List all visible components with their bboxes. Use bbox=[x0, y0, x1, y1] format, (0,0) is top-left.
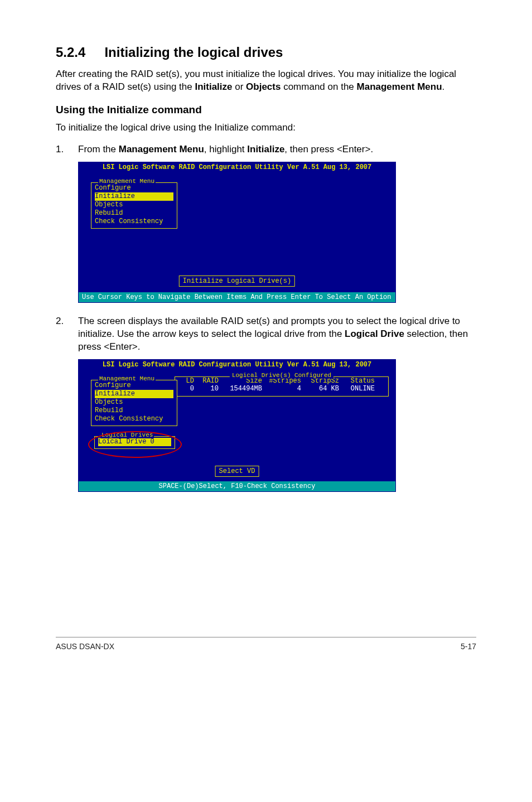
step-item: 1. From the Management Menu, highlight I… bbox=[56, 143, 476, 156]
menu-item-rebuild[interactable]: Rebuild bbox=[95, 407, 173, 415]
ld-cell-size: 154494MB bbox=[219, 385, 262, 393]
menu-item-check-consistency[interactable]: Check Consistency bbox=[95, 218, 173, 226]
logical-drives-box: Logical Drives Loical Drive 0 bbox=[94, 436, 175, 449]
management-menu-box: Management Menu Configure Initialize Obj… bbox=[91, 182, 177, 229]
intro-bold-objects: Objects bbox=[246, 81, 280, 92]
menu-item-configure[interactable]: Configure bbox=[95, 381, 173, 390]
bios-footer: SPACE-(De)Select, F10-Check Consistency bbox=[79, 481, 395, 491]
ld-cell-stripes: 4 bbox=[262, 385, 301, 393]
ld-header-raid: RAID bbox=[194, 377, 219, 385]
menu-box-label: Management Menu bbox=[98, 178, 156, 185]
ld-data-row[interactable]: 0 10 154494MB 4 64 KB ONLINE bbox=[178, 385, 385, 393]
ld-cell-ld: 0 bbox=[178, 385, 194, 393]
menu-item-rebuild[interactable]: Rebuild bbox=[95, 209, 173, 218]
step-number: 1. bbox=[56, 143, 78, 156]
footer-left: ASUS DSAN-DX bbox=[56, 642, 114, 651]
intro-bold-mgmt: Management Menu bbox=[357, 81, 442, 92]
step-text: From the Management Menu, highlight Init… bbox=[78, 143, 476, 156]
page-footer: ASUS DSAN-DX 5-17 bbox=[56, 637, 476, 651]
ld-header-ld: LD bbox=[178, 377, 194, 385]
menu-item-objects[interactable]: Objects bbox=[95, 398, 173, 407]
logical-drives-label: Logical Drives bbox=[100, 432, 154, 438]
step-text-span: , highlight bbox=[204, 144, 248, 154]
section-title-text: Initializing the logical drives bbox=[104, 45, 283, 60]
step-number: 2. bbox=[56, 315, 78, 354]
step-text-span: From the bbox=[78, 144, 119, 154]
step-text: The screen displays the available RAID s… bbox=[78, 315, 476, 354]
menu-item-initialize[interactable]: Initialize bbox=[95, 390, 173, 398]
step-bold: Initialize bbox=[247, 144, 284, 154]
bios-hint-box: Initialize Logical Drive(s) bbox=[179, 276, 295, 287]
intro-text: or bbox=[233, 81, 246, 92]
step-item: 2. The screen displays the available RAI… bbox=[56, 315, 476, 354]
intro-text: . bbox=[442, 81, 445, 92]
intro-paragraph: After creating the RAID set(s), you must… bbox=[56, 68, 476, 94]
ld-cell-stripsz: 64 KB bbox=[301, 385, 339, 393]
ld-header-status: Status bbox=[339, 377, 375, 385]
bios-screen-2: LSI Logic Software RAID Configuration Ut… bbox=[78, 359, 396, 492]
logical-drive-item[interactable]: Loical Drive 0 bbox=[98, 438, 171, 446]
sub-heading: Using the Initialize command bbox=[56, 104, 476, 116]
management-menu-box: Management Menu Configure Initialize Obj… bbox=[91, 380, 177, 426]
bios-screen-1: LSI Logic Software RAID Configuration Ut… bbox=[78, 162, 396, 303]
section-number: 5.2.4 bbox=[56, 45, 85, 60]
bios-footer: Use Cursor Keys to Navigate Between Item… bbox=[79, 292, 395, 302]
bios-title: LSI Logic Software RAID Configuration Ut… bbox=[79, 162, 395, 172]
ld-cell-raid: 10 bbox=[194, 385, 219, 393]
step-bold: Management Menu bbox=[119, 144, 204, 154]
menu-item-objects[interactable]: Objects bbox=[95, 201, 173, 209]
menu-item-check-consistency[interactable]: Check Consistency bbox=[95, 415, 173, 423]
bios-title: LSI Logic Software RAID Configuration Ut… bbox=[79, 360, 395, 370]
bios-hint-box: Select VD bbox=[215, 466, 259, 477]
step-bold: Logical Drive bbox=[345, 328, 404, 339]
intro-bold-initialize: Initialize bbox=[195, 81, 232, 92]
menu-box-label: Management Menu bbox=[98, 375, 156, 382]
sub-body: To initialize the logical drive using th… bbox=[56, 122, 476, 134]
ld-panel-label: Logical Drive(s) Configured bbox=[230, 372, 333, 379]
footer-right: 5-17 bbox=[461, 642, 476, 651]
menu-item-configure[interactable]: Configure bbox=[95, 184, 173, 192]
step-text-span: , then press <Enter>. bbox=[284, 144, 373, 154]
intro-text: command on the bbox=[280, 81, 356, 92]
menu-item-initialize[interactable]: Initialize bbox=[95, 192, 173, 201]
ld-cell-status: ONLINE bbox=[339, 385, 375, 393]
logical-drive-panel: Logical Drive(s) Configured LD RAID Size… bbox=[175, 376, 389, 397]
section-heading: 5.2.4Initializing the logical drives bbox=[56, 45, 476, 60]
